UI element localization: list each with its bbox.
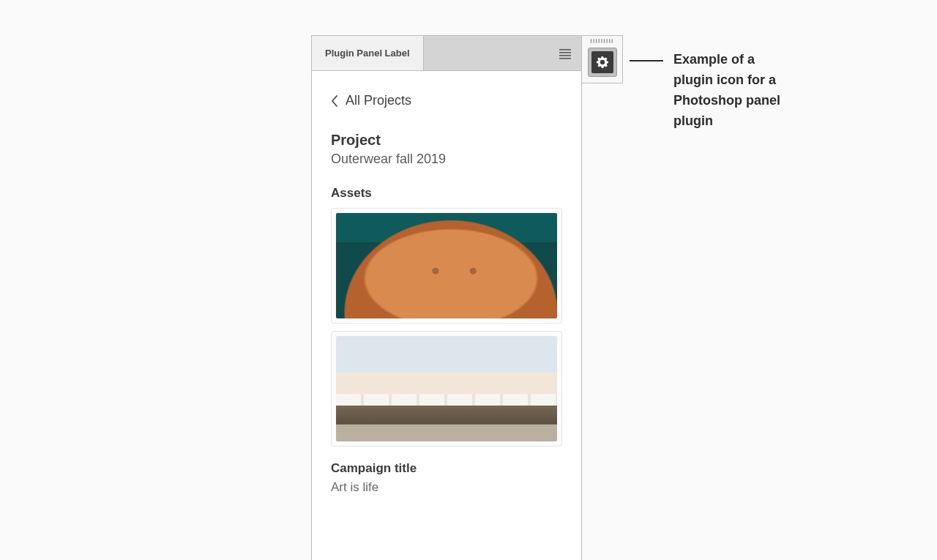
svg-rect-0	[559, 49, 571, 51]
panel-body: All Projects Project Outerwear fall 2019…	[312, 71, 581, 560]
menu-icon	[559, 48, 571, 59]
plugin-icon-button[interactable]	[588, 48, 617, 77]
callout: Example of a plugin icon for a Photoshop…	[630, 50, 798, 132]
project-name: Outerwear fall 2019	[331, 152, 562, 167]
asset-image-cat	[336, 213, 557, 318]
gear-icon	[595, 55, 610, 70]
svg-rect-5	[593, 39, 594, 42]
svg-rect-12	[611, 39, 612, 42]
back-link[interactable]: All Projects	[331, 93, 562, 108]
svg-rect-7	[598, 39, 599, 42]
plugin-panel: Plugin Panel Label All Projects Project	[311, 35, 582, 560]
campaign-heading: Campaign title	[331, 461, 562, 476]
gripper-icon	[589, 38, 616, 44]
svg-rect-8	[601, 39, 602, 42]
svg-rect-11	[609, 39, 610, 42]
asset-card[interactable]	[331, 331, 562, 447]
svg-rect-3	[559, 58, 571, 59]
panel-header: Plugin Panel Label	[312, 36, 581, 71]
panel-menu-button[interactable]	[549, 36, 581, 70]
chevron-left-icon	[331, 95, 338, 107]
dock-gripper[interactable]	[582, 36, 622, 45]
back-link-label: All Projects	[346, 93, 411, 108]
project-heading: Project	[331, 132, 562, 149]
svg-rect-1	[559, 52, 571, 53]
svg-rect-10	[606, 39, 607, 42]
assets-heading: Assets	[331, 186, 562, 201]
callout-line	[630, 60, 663, 61]
svg-rect-9	[603, 39, 604, 42]
svg-rect-6	[596, 39, 597, 42]
panel-dock	[582, 35, 623, 83]
asset-image-town	[336, 336, 557, 441]
svg-rect-4	[590, 39, 591, 42]
asset-card[interactable]	[331, 208, 562, 324]
panel-tab[interactable]: Plugin Panel Label	[312, 36, 424, 70]
svg-rect-2	[559, 55, 571, 56]
campaign-value: Art is life	[331, 480, 562, 495]
panel-tab-label: Plugin Panel Label	[325, 48, 410, 59]
callout-text: Example of a plugin icon for a Photoshop…	[673, 50, 798, 132]
